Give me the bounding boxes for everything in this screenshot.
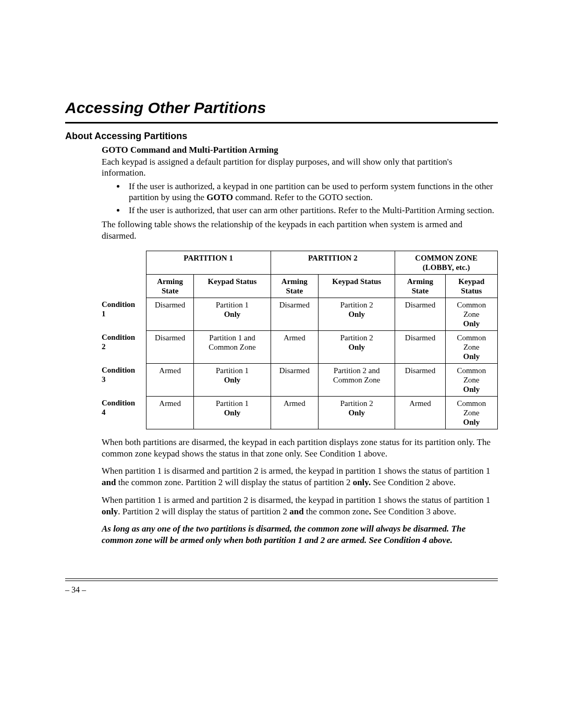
body-column: GOTO Command and Multi-Partition Arming … <box>102 145 498 546</box>
table-cell: Partition 2Only <box>319 396 395 429</box>
table-row: Condition 3ArmedPartition 1OnlyDisarmedP… <box>102 363 498 396</box>
table-cell: Disarmed <box>271 363 319 396</box>
group-header: COMMON ZONE (LOBBY, etc.) <box>395 251 498 274</box>
blank-corner <box>102 274 146 298</box>
title-rule <box>65 122 498 124</box>
conditions-table-wrap: PARTITION 1 PARTITION 2 COMMON ZONE (LOB… <box>102 251 498 429</box>
table-cell: Armed <box>146 396 194 429</box>
goto-keyword: GOTO <box>206 192 233 202</box>
table-cell: Disarmed <box>271 298 319 330</box>
table-subheader-row: Arming State Keypad Status Arming State … <box>102 274 498 298</box>
sub-header: Arming State <box>395 274 445 298</box>
sub-header: Arming State <box>271 274 319 298</box>
table-cell: Common ZoneOnly <box>445 298 497 330</box>
row-label: Condition 3 <box>102 363 146 396</box>
table-cell: Partition 1Only <box>194 396 271 429</box>
sub-heading: GOTO Command and Multi-Partition Arming <box>102 145 498 155</box>
intro-paragraph: Each keypad is assigned a default partit… <box>102 156 498 179</box>
para-condition3: When partition 1 is armed and partition … <box>102 495 498 517</box>
table-cell: Partition 1 and Common Zone <box>194 330 271 363</box>
conditions-table: PARTITION 1 PARTITION 2 COMMON ZONE (LOB… <box>102 251 498 429</box>
bullet-list: If the user is authorized, a keypad in o… <box>102 181 498 216</box>
row-label: Condition 1 <box>102 298 146 330</box>
table-intro: The following table shows the relationsh… <box>102 219 498 241</box>
page-title: Accessing Other Partitions <box>65 99 498 117</box>
table-row: Condition 1DisarmedPartition 1OnlyDisarm… <box>102 298 498 330</box>
page-number: – 34 – <box>65 585 86 595</box>
explanation-block: When both partitions are disarmed, the k… <box>102 437 498 546</box>
page: Accessing Other Partitions About Accessi… <box>0 0 563 728</box>
sub-header: Keypad Status <box>194 274 271 298</box>
table-cell: Partition 2 and Common Zone <box>319 363 395 396</box>
para-condition4: As long as any one of the two partitions… <box>102 523 498 546</box>
para-condition1: When both partitions are disarmed, the k… <box>102 437 498 460</box>
table-row: Condition 4ArmedPartition 1OnlyArmedPart… <box>102 396 498 429</box>
table-cell: Disarmed <box>395 363 445 396</box>
table-cell: Armed <box>146 363 194 396</box>
table-cell: Armed <box>271 396 319 429</box>
table-cell: Disarmed <box>146 298 194 330</box>
table-cell: Armed <box>271 330 319 363</box>
table-cell: Partition 2Only <box>319 298 395 330</box>
table-cell: Armed <box>395 396 445 429</box>
table-row: Condition 2DisarmedPartition 1 and Commo… <box>102 330 498 363</box>
blank-corner <box>102 251 146 274</box>
para-condition2: When partition 1 is disarmed and partiti… <box>102 465 498 488</box>
table-cell: Partition 1Only <box>194 363 271 396</box>
bullet-item: If the user is authorized, a keypad in o… <box>126 181 498 203</box>
table-cell: Disarmed <box>395 298 445 330</box>
group-header: PARTITION 2 <box>271 251 395 274</box>
bullet-item: If the user is authorized, that user can… <box>126 205 498 216</box>
table-cell: Partition 2Only <box>319 330 395 363</box>
group-header: PARTITION 1 <box>146 251 271 274</box>
table-cell: Common ZoneOnly <box>445 396 497 429</box>
footer-rule <box>65 578 498 581</box>
table-cell: Partition 1Only <box>194 298 271 330</box>
table-cell: Disarmed <box>395 330 445 363</box>
table-cell: Common ZoneOnly <box>445 363 497 396</box>
table-header-row: PARTITION 1 PARTITION 2 COMMON ZONE (LOB… <box>102 251 498 274</box>
text: command. Refer to the GOTO section. <box>233 192 373 202</box>
sub-header: Keypad Status <box>445 274 497 298</box>
sub-header: Keypad Status <box>319 274 395 298</box>
section-heading: About Accessing Partitions <box>65 131 498 142</box>
row-label: Condition 2 <box>102 330 146 363</box>
table-cell: Common ZoneOnly <box>445 330 497 363</box>
row-label: Condition 4 <box>102 396 146 429</box>
sub-header: Arming State <box>146 274 194 298</box>
table-cell: Disarmed <box>146 330 194 363</box>
